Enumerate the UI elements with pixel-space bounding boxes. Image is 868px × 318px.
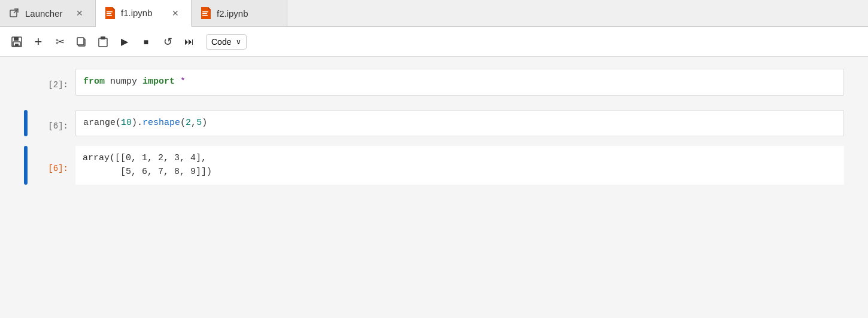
output-line-1: array([[0, 1, 2, 3, 4], bbox=[83, 152, 837, 166]
svg-marker-8 bbox=[208, 7, 211, 10]
save-button[interactable] bbox=[7, 32, 26, 51]
tab-f1-close[interactable]: ✕ bbox=[169, 7, 181, 19]
run-button[interactable]: ▶ bbox=[115, 32, 134, 51]
code-10: 10 bbox=[121, 118, 132, 128]
svg-rect-10 bbox=[202, 13, 207, 14]
svg-line-1 bbox=[14, 9, 18, 13]
tab-launcher[interactable]: Launcher ✕ bbox=[0, 0, 96, 26]
stop-button[interactable]: ■ bbox=[136, 32, 156, 51]
tab-bar: Launcher ✕ f1.ipynb ✕ f2.ipynb bbox=[0, 0, 868, 27]
code-5: 5 bbox=[196, 118, 202, 128]
output-text-2: [5, 6, 7, 8, 9]]) bbox=[83, 167, 212, 177]
output-line-2: [5, 6, 7, 8, 9]]) bbox=[83, 166, 837, 179]
cell-2-output-container: [6]: array([[0, 1, 2, 3, 4], [5, 6, 7, 8… bbox=[24, 146, 844, 185]
code-2: 2 bbox=[186, 118, 191, 128]
cell-1-line-1: from numpy import * bbox=[83, 75, 836, 89]
restart-icon: ↺ bbox=[163, 35, 172, 48]
chevron-down-icon: ∨ bbox=[236, 38, 241, 46]
fast-forward-button[interactable]: ⏭ bbox=[180, 32, 199, 51]
svg-rect-9 bbox=[202, 11, 208, 13]
run-icon: ▶ bbox=[121, 36, 128, 47]
svg-rect-17 bbox=[77, 38, 84, 45]
tab-launcher-close[interactable]: ✕ bbox=[74, 7, 86, 19]
plus-icon: + bbox=[35, 34, 43, 50]
add-cell-button[interactable]: + bbox=[29, 32, 48, 51]
cell-2-container: [6]: arange(10).reshape(2,5) bbox=[24, 110, 844, 137]
code-numpy: numpy bbox=[105, 77, 142, 87]
toolbar: + ✂ ▶ ■ ↺ ⏭ Code ∨ bbox=[0, 27, 868, 57]
notebook-icon-f2 bbox=[201, 7, 211, 19]
restart-button[interactable]: ↺ bbox=[158, 32, 177, 51]
cell-type-label: Code bbox=[211, 37, 231, 47]
svg-marker-3 bbox=[113, 7, 115, 10]
output-text-1: array([[0, 1, 2, 3, 4], bbox=[83, 153, 207, 163]
code-star: * bbox=[175, 77, 186, 87]
code-paren1: ( bbox=[116, 118, 121, 128]
copy-icon bbox=[76, 36, 87, 47]
code-reshape: reshape bbox=[142, 118, 180, 128]
external-link-icon bbox=[10, 8, 19, 18]
cell-1-container: [2]: from numpy import * bbox=[24, 69, 844, 96]
cut-button[interactable]: ✂ bbox=[50, 32, 69, 51]
paste-icon bbox=[98, 36, 108, 48]
spacer-1 bbox=[0, 100, 868, 110]
fast-forward-icon: ⏭ bbox=[184, 36, 194, 47]
tab-f2[interactable]: f2.ipynb bbox=[192, 0, 287, 26]
notebook-icon-f1 bbox=[105, 7, 115, 19]
tab-f1-label: f1.ipynb bbox=[121, 8, 153, 18]
svg-rect-5 bbox=[107, 13, 111, 14]
cell-2-content[interactable]: arange(10).reshape(2,5) bbox=[75, 110, 844, 137]
svg-rect-13 bbox=[14, 37, 19, 41]
svg-rect-11 bbox=[202, 15, 208, 16]
keyword-from: from bbox=[83, 77, 105, 87]
code-paren4: ) bbox=[202, 118, 207, 128]
cell-2-line-1: arange(10).reshape(2,5) bbox=[83, 117, 836, 130]
notebook-content: [2]: from numpy import * [6]: arange(10)… bbox=[0, 57, 868, 318]
paste-button[interactable] bbox=[93, 32, 113, 51]
cell-1-prompt: [2]: bbox=[28, 69, 75, 96]
cell-2-output-prompt: [6]: bbox=[28, 146, 75, 185]
cell-type-dropdown[interactable]: Code ∨ bbox=[206, 34, 247, 50]
code-comma: , bbox=[191, 118, 196, 128]
spacer-2 bbox=[0, 141, 868, 146]
cell-2-output-content: array([[0, 1, 2, 3, 4], [5, 6, 7, 8, 9]]… bbox=[75, 146, 844, 185]
cell-2-prompt: [6]: bbox=[28, 110, 75, 137]
keyword-import: import bbox=[142, 77, 175, 87]
cut-icon: ✂ bbox=[56, 35, 65, 48]
save-icon bbox=[11, 36, 23, 48]
svg-rect-15 bbox=[15, 44, 19, 46]
code-arange: arange bbox=[83, 118, 116, 128]
stop-icon: ■ bbox=[144, 37, 148, 47]
tab-launcher-label: Launcher bbox=[25, 8, 63, 19]
svg-rect-19 bbox=[101, 36, 105, 39]
code-paren2: ). bbox=[132, 118, 142, 128]
copy-button[interactable] bbox=[72, 32, 91, 51]
svg-rect-4 bbox=[107, 11, 113, 13]
tab-f2-label: f2.ipynb bbox=[217, 8, 248, 19]
cell-1-content[interactable]: from numpy import * bbox=[75, 69, 844, 96]
tab-f1[interactable]: f1.ipynb ✕ bbox=[96, 0, 192, 27]
svg-rect-6 bbox=[107, 15, 112, 16]
svg-rect-18 bbox=[99, 38, 107, 47]
code-paren3: ( bbox=[180, 118, 186, 128]
